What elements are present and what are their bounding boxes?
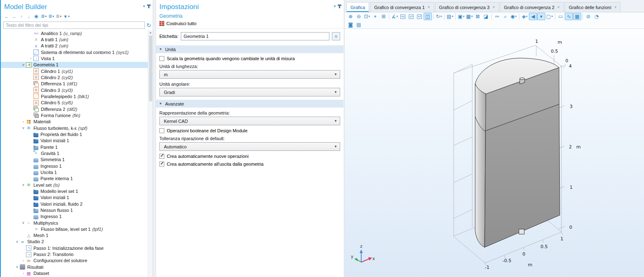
tree-item[interactable]: Valori iniziali 1 <box>1 138 148 144</box>
tree-chevron-icon[interactable]: ∨ <box>21 221 26 225</box>
select-entities-button[interactable]: ⌕ <box>501 13 509 20</box>
tree-item[interactable]: Sistema di riferimento sul contorno 1(sy… <box>1 49 148 55</box>
tree-item[interactable]: Differenza 1(dif1) <box>1 81 148 87</box>
tree-item[interactable]: ∨Risultati <box>1 264 148 270</box>
move-down-button[interactable]: ↓ <box>26 13 32 20</box>
back-button[interactable]: ← <box>3 13 10 20</box>
tree-item[interactable]: Passo 2: Transitorio <box>1 251 148 257</box>
forward-button[interactable]: → <box>11 13 17 20</box>
tree-item[interactable]: Differenza 2(dif2) <box>1 106 148 112</box>
scene-3d[interactable]: 43210m10.50m-1-0.500.51mzyx <box>345 29 644 277</box>
zoom-in-button[interactable]: ⊕ <box>346 13 355 20</box>
zoom-box-button[interactable]: ⊡▾ <box>363 13 371 20</box>
projection-button[interactable]: ◫ <box>424 13 432 20</box>
tree-item[interactable]: Cilindro 3(cyl3) <box>1 87 148 93</box>
move-up-button[interactable]: ↑ <box>18 13 25 20</box>
image-snapshot-button[interactable]: ▣▾ <box>457 13 465 20</box>
undock-window-button[interactable]: ▭ <box>556 13 565 20</box>
build-all-button[interactable]: Costruisci tutto <box>156 19 343 29</box>
tree-item[interactable]: ∨Multiphysics <box>1 220 148 226</box>
design-module-checkbox[interactable] <box>159 128 164 133</box>
tree-item[interactable]: Valori iniziali, fluido 2 <box>1 201 148 207</box>
panel-menu-icon[interactable]: ▾ <box>334 4 336 8</box>
tab-grafico-di-convergenza-1[interactable]: Grafico di convergenza 1× <box>370 2 434 12</box>
representation-select[interactable]: Kernel CAD ▼ <box>159 117 340 125</box>
tree-item[interactable]: Parete 1 <box>1 144 148 150</box>
length-unit-select[interactable]: m ▼ <box>159 70 340 79</box>
environment-button[interactable]: ▢▾ <box>545 13 554 20</box>
print-button[interactable]: ▤ <box>355 21 363 28</box>
tree-item[interactable]: ›Dataset <box>1 270 148 276</box>
expand-all-button[interactable]: ≣▾ <box>40 13 47 20</box>
tree-scrollbar[interactable]: ▲ <box>148 30 153 277</box>
tree-item[interactable]: Flusso bifase, level set 1(tpf1) <box>1 226 148 232</box>
tab-grafica[interactable]: Grafica <box>346 2 369 12</box>
scrollbar-up-icon[interactable]: ▲ <box>148 30 153 35</box>
tree-item[interactable]: ›Vista 1 <box>1 55 148 61</box>
tree-item[interactable]: Forma l'unione(fin) <box>1 112 148 118</box>
close-icon[interactable]: × <box>492 5 495 9</box>
angular-unit-select[interactable]: Gradi ▼ <box>159 88 340 96</box>
plot-in-window-button[interactable]: ∿ <box>565 13 573 20</box>
label-input[interactable] <box>181 32 329 40</box>
model-geometry[interactable] <box>475 58 560 247</box>
tree-item[interactable]: Nessun flusso 1 <box>1 207 148 213</box>
tree-item[interactable]: Cilindro 2(cyl2) <box>1 74 148 80</box>
tree-chevron-icon[interactable]: › <box>21 259 26 263</box>
tree-item[interactable]: Cilindro 5(cyl5) <box>1 100 148 106</box>
pin-icon[interactable] <box>148 5 149 8</box>
design-module-checkbox-row[interactable]: Operazioni booleane del Design Module <box>159 128 340 133</box>
select-highlight-button[interactable]: ◪ <box>482 13 490 20</box>
tree-item[interactable]: Gravità 1 <box>1 150 148 156</box>
tree-item[interactable]: Parete interna 1 <box>1 176 148 182</box>
auto-build-exit-checkbox[interactable] <box>159 162 164 167</box>
go-to-xy-view-button[interactable]: xy <box>399 13 407 20</box>
tab-grafico-di-convergenza-2[interactable]: Grafico di convergenza 2× <box>500 2 564 12</box>
section-advanced[interactable]: ▼ Avanzate <box>156 100 343 108</box>
tree-item[interactable]: Parallelepipedo 1(blk1) <box>1 93 148 99</box>
hide-objects-button[interactable]: ∾ <box>493 13 501 20</box>
cylinder-curved-surface[interactable] <box>475 84 486 247</box>
zoom-extents-button[interactable]: ⌖ <box>371 13 379 20</box>
tree-item[interactable]: ∨Flusso turbolento, k-ε(spf) <box>1 125 148 131</box>
tree-item[interactable]: Simmetria 1 <box>1 157 148 163</box>
animation-export-button[interactable]: ▦▾ <box>465 13 474 20</box>
tree-item[interactable]: Mesh 1 <box>1 232 148 239</box>
panel-sash[interactable] <box>153 0 156 277</box>
tree-item[interactable]: Analitico 1(u_ramp) <box>1 30 148 36</box>
tree-chevron-icon[interactable]: ∨ <box>21 183 26 187</box>
transparency-button[interactable]: ▤▾ <box>446 13 454 20</box>
go-to-yz-view-button[interactable]: yz <box>407 13 415 20</box>
scrollbar-thumb[interactable] <box>149 35 152 101</box>
tree-chevron-icon[interactable]: › <box>21 120 26 124</box>
zoom-to-selection-button[interactable]: ⊞ <box>379 13 388 20</box>
repair-tolerance-select[interactable]: Automatico ▼ <box>159 142 340 151</box>
select-box-button[interactable]: ⊠ <box>474 13 482 20</box>
close-icon[interactable]: × <box>614 5 617 9</box>
tree-chevron-icon[interactable]: ∨ <box>21 63 26 67</box>
show-button[interactable]: ◉ <box>33 13 40 20</box>
type-filter-input[interactable] <box>3 21 145 29</box>
view-hidden-button[interactable]: ◉▾ <box>509 13 518 20</box>
rename-icon[interactable]: ≡ <box>332 32 340 40</box>
close-icon[interactable]: × <box>428 5 430 9</box>
default-view-button[interactable]: ∡▾ <box>391 13 399 20</box>
zoom-out-button[interactable]: ⊖ <box>355 13 363 20</box>
filter-button[interactable]: ▼▾ <box>63 13 70 20</box>
tree-item[interactable]: ›Materiali <box>1 119 148 125</box>
close-icon[interactable]: × <box>557 5 560 9</box>
auto-build-new-checkbox-row[interactable]: Crea automaticamente nuove operazioni <box>159 154 340 159</box>
tree-item[interactable]: Passo 1: Inizializzazione della fase <box>1 245 148 251</box>
scene-light-button[interactable]: ◈▾ <box>521 13 529 20</box>
tree-item[interactable]: ∨Geometria 1 <box>1 62 148 68</box>
tree-chevron-icon[interactable]: ∨ <box>21 126 26 130</box>
tree-chevron-icon[interactable]: › <box>21 272 26 275</box>
scale-units-checkbox[interactable] <box>159 56 164 61</box>
help-pointer-button[interactable]: ◔ <box>592 13 601 20</box>
disable-updates-button[interactable]: ⊘ <box>584 13 592 20</box>
snapshot-camera-button[interactable]: ◙ <box>346 21 355 28</box>
auto-build-new-checkbox[interactable] <box>159 154 164 159</box>
tree-item[interactable]: A tratti 2(uin) <box>1 43 148 49</box>
tree-item[interactable]: Modello level set 1 <box>1 188 148 194</box>
tree-chevron-icon[interactable]: ∨ <box>14 240 20 244</box>
